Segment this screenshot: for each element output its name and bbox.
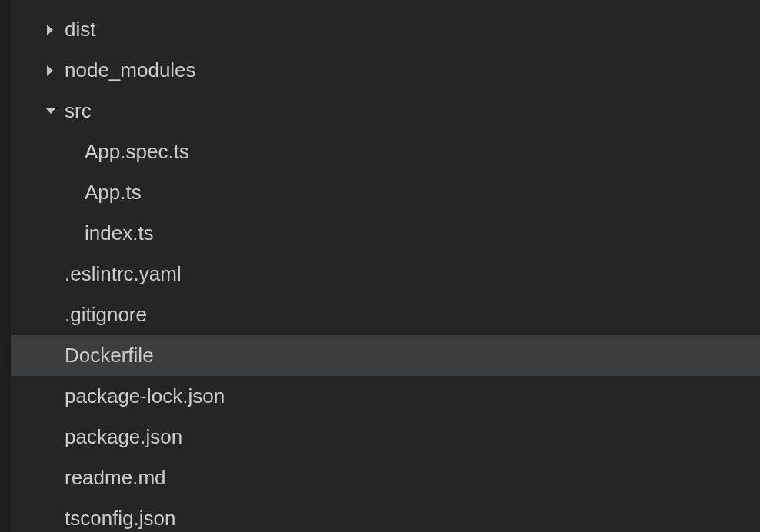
folder-label: dist xyxy=(65,18,95,42)
file-readme-md[interactable]: readme.md xyxy=(11,457,760,498)
folder-node-modules[interactable]: node_modules xyxy=(11,50,760,91)
folder-src[interactable]: src xyxy=(11,91,760,131)
folder-dist[interactable]: dist xyxy=(11,9,760,50)
file-eslintrc-yaml[interactable]: .eslintrc.yaml xyxy=(11,254,760,294)
file-package-lock-json[interactable]: package-lock.json xyxy=(11,376,760,417)
file-label: App.ts xyxy=(85,181,142,204)
file-index-ts[interactable]: index.ts xyxy=(11,213,760,254)
folder-label: node_modules xyxy=(65,58,196,82)
folder-label: src xyxy=(65,99,92,123)
file-label: package.json xyxy=(65,425,182,449)
file-package-json[interactable]: package.json xyxy=(11,417,760,457)
file-tsconfig-json[interactable]: tsconfig.json xyxy=(11,498,760,532)
chevron-right-icon xyxy=(43,63,58,78)
file-label: readme.md xyxy=(65,466,166,490)
file-explorer-tree: dist node_modules src App.spec.ts App.ts… xyxy=(11,0,760,532)
file-app-ts[interactable]: App.ts xyxy=(11,172,760,213)
chevron-right-icon xyxy=(43,22,58,38)
file-label: App.spec.ts xyxy=(85,140,189,164)
file-dockerfile[interactable]: Dockerfile xyxy=(11,335,760,376)
file-label: .eslintrc.yaml xyxy=(65,262,182,286)
file-label: index.ts xyxy=(85,221,154,245)
chevron-down-icon xyxy=(43,104,58,119)
file-label: tsconfig.json xyxy=(65,507,176,530)
file-label: package-lock.json xyxy=(65,384,225,408)
file-label: Dockerfile xyxy=(65,344,154,367)
file-gitignore[interactable]: .gitignore xyxy=(11,294,760,335)
file-label: .gitignore xyxy=(65,303,147,327)
file-app-spec-ts[interactable]: App.spec.ts xyxy=(11,131,760,172)
